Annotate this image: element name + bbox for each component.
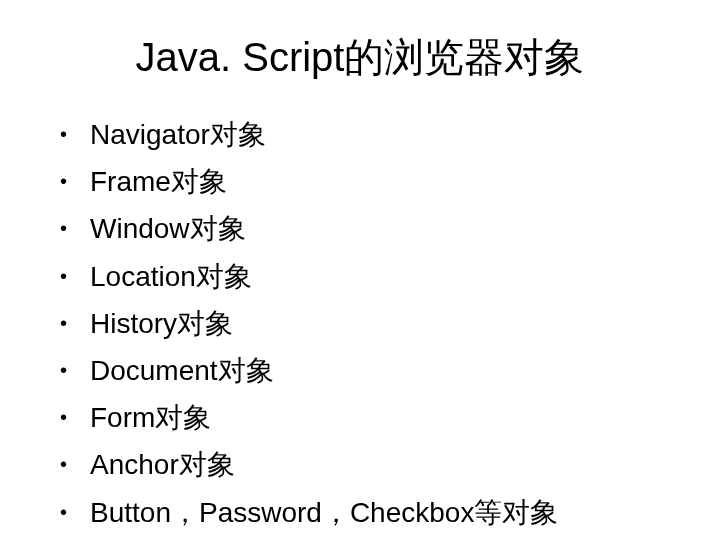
list-item: • Form对象 <box>60 398 680 437</box>
list-item: • Window对象 <box>60 209 680 248</box>
list-item-label: Frame对象 <box>90 162 680 201</box>
bullet-icon: • <box>60 115 90 153</box>
list-item-label: Button，Password，Checkbox等对象 <box>90 493 680 532</box>
list-item: • Navigator对象 <box>60 115 680 154</box>
slide: Java. Script的浏览器对象 • Navigator对象 • Frame… <box>0 0 720 540</box>
list-item-label: Navigator对象 <box>90 115 680 154</box>
bullet-icon: • <box>60 304 90 342</box>
slide-title: Java. Script的浏览器对象 <box>40 30 680 85</box>
list-item-label: History对象 <box>90 304 680 343</box>
list-item: • History对象 <box>60 304 680 343</box>
list-item: • Anchor对象 <box>60 445 680 484</box>
bullet-icon: • <box>60 351 90 389</box>
list-item: • Document对象 <box>60 351 680 390</box>
list-item-label: Anchor对象 <box>90 445 680 484</box>
list-item: • Location对象 <box>60 257 680 296</box>
bullet-icon: • <box>60 162 90 200</box>
list-item-label: Document对象 <box>90 351 680 390</box>
bullet-list: • Navigator对象 • Frame对象 • Window对象 • Loc… <box>40 115 680 532</box>
list-item-label: Location对象 <box>90 257 680 296</box>
list-item-label: Form对象 <box>90 398 680 437</box>
bullet-icon: • <box>60 493 90 531</box>
bullet-icon: • <box>60 445 90 483</box>
list-item: • Frame对象 <box>60 162 680 201</box>
list-item: • Button，Password，Checkbox等对象 <box>60 493 680 532</box>
bullet-icon: • <box>60 209 90 247</box>
bullet-icon: • <box>60 257 90 295</box>
list-item-label: Window对象 <box>90 209 680 248</box>
bullet-icon: • <box>60 398 90 436</box>
